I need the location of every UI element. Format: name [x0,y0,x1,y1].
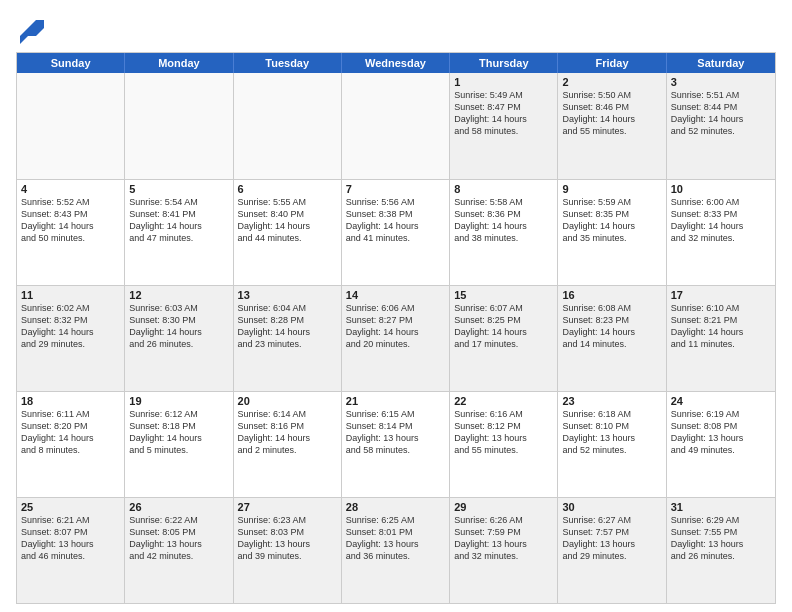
day-number: 31 [671,501,771,513]
calendar-row: 4Sunrise: 5:52 AMSunset: 8:43 PMDaylight… [17,179,775,285]
calendar: SundayMondayTuesdayWednesdayThursdayFrid… [16,52,776,604]
day-number: 10 [671,183,771,195]
weekday-header: Friday [558,53,666,73]
day-details: Sunrise: 5:50 AMSunset: 8:46 PMDaylight:… [562,89,661,138]
calendar-cell: 19Sunrise: 6:12 AMSunset: 8:18 PMDayligh… [125,392,233,497]
weekday-header: Thursday [450,53,558,73]
day-details: Sunrise: 6:14 AMSunset: 8:16 PMDaylight:… [238,408,337,457]
day-number: 4 [21,183,120,195]
calendar-row: 11Sunrise: 6:02 AMSunset: 8:32 PMDayligh… [17,285,775,391]
day-details: Sunrise: 6:03 AMSunset: 8:30 PMDaylight:… [129,302,228,351]
day-details: Sunrise: 6:08 AMSunset: 8:23 PMDaylight:… [562,302,661,351]
day-number: 12 [129,289,228,301]
day-number: 22 [454,395,553,407]
calendar-cell: 13Sunrise: 6:04 AMSunset: 8:28 PMDayligh… [234,286,342,391]
weekday-header: Wednesday [342,53,450,73]
day-number: 13 [238,289,337,301]
day-number: 16 [562,289,661,301]
calendar-cell: 8Sunrise: 5:58 AMSunset: 8:36 PMDaylight… [450,180,558,285]
weekday-header: Sunday [17,53,125,73]
day-details: Sunrise: 6:22 AMSunset: 8:05 PMDaylight:… [129,514,228,563]
logo-icon [16,16,44,44]
logo [16,16,48,44]
day-details: Sunrise: 6:29 AMSunset: 7:55 PMDaylight:… [671,514,771,563]
calendar-cell: 10Sunrise: 6:00 AMSunset: 8:33 PMDayligh… [667,180,775,285]
day-details: Sunrise: 6:00 AMSunset: 8:33 PMDaylight:… [671,196,771,245]
day-number: 1 [454,76,553,88]
calendar-cell: 22Sunrise: 6:16 AMSunset: 8:12 PMDayligh… [450,392,558,497]
day-details: Sunrise: 6:19 AMSunset: 8:08 PMDaylight:… [671,408,771,457]
calendar-cell [342,73,450,179]
day-number: 5 [129,183,228,195]
day-number: 3 [671,76,771,88]
day-details: Sunrise: 6:26 AMSunset: 7:59 PMDaylight:… [454,514,553,563]
day-number: 11 [21,289,120,301]
day-details: Sunrise: 5:49 AMSunset: 8:47 PMDaylight:… [454,89,553,138]
day-details: Sunrise: 6:04 AMSunset: 8:28 PMDaylight:… [238,302,337,351]
day-number: 29 [454,501,553,513]
calendar-cell [125,73,233,179]
day-details: Sunrise: 6:21 AMSunset: 8:07 PMDaylight:… [21,514,120,563]
day-details: Sunrise: 6:16 AMSunset: 8:12 PMDaylight:… [454,408,553,457]
day-number: 18 [21,395,120,407]
day-number: 17 [671,289,771,301]
calendar-cell: 16Sunrise: 6:08 AMSunset: 8:23 PMDayligh… [558,286,666,391]
calendar-cell: 4Sunrise: 5:52 AMSunset: 8:43 PMDaylight… [17,180,125,285]
day-details: Sunrise: 5:55 AMSunset: 8:40 PMDaylight:… [238,196,337,245]
day-details: Sunrise: 5:54 AMSunset: 8:41 PMDaylight:… [129,196,228,245]
calendar-cell: 17Sunrise: 6:10 AMSunset: 8:21 PMDayligh… [667,286,775,391]
calendar-cell: 11Sunrise: 6:02 AMSunset: 8:32 PMDayligh… [17,286,125,391]
calendar-cell: 26Sunrise: 6:22 AMSunset: 8:05 PMDayligh… [125,498,233,603]
calendar-cell: 20Sunrise: 6:14 AMSunset: 8:16 PMDayligh… [234,392,342,497]
day-details: Sunrise: 5:52 AMSunset: 8:43 PMDaylight:… [21,196,120,245]
calendar-cell: 29Sunrise: 6:26 AMSunset: 7:59 PMDayligh… [450,498,558,603]
calendar-cell: 27Sunrise: 6:23 AMSunset: 8:03 PMDayligh… [234,498,342,603]
calendar-cell: 6Sunrise: 5:55 AMSunset: 8:40 PMDaylight… [234,180,342,285]
calendar-cell: 24Sunrise: 6:19 AMSunset: 8:08 PMDayligh… [667,392,775,497]
calendar-body: 1Sunrise: 5:49 AMSunset: 8:47 PMDaylight… [17,73,775,603]
calendar-cell [17,73,125,179]
day-number: 7 [346,183,445,195]
day-details: Sunrise: 6:10 AMSunset: 8:21 PMDaylight:… [671,302,771,351]
calendar-cell: 25Sunrise: 6:21 AMSunset: 8:07 PMDayligh… [17,498,125,603]
calendar-cell: 3Sunrise: 5:51 AMSunset: 8:44 PMDaylight… [667,73,775,179]
calendar-cell: 1Sunrise: 5:49 AMSunset: 8:47 PMDaylight… [450,73,558,179]
weekday-header: Monday [125,53,233,73]
day-details: Sunrise: 5:58 AMSunset: 8:36 PMDaylight:… [454,196,553,245]
day-number: 20 [238,395,337,407]
day-number: 6 [238,183,337,195]
day-number: 23 [562,395,661,407]
calendar-cell: 28Sunrise: 6:25 AMSunset: 8:01 PMDayligh… [342,498,450,603]
day-number: 27 [238,501,337,513]
calendar-cell: 18Sunrise: 6:11 AMSunset: 8:20 PMDayligh… [17,392,125,497]
day-details: Sunrise: 6:23 AMSunset: 8:03 PMDaylight:… [238,514,337,563]
day-details: Sunrise: 6:25 AMSunset: 8:01 PMDaylight:… [346,514,445,563]
day-details: Sunrise: 6:27 AMSunset: 7:57 PMDaylight:… [562,514,661,563]
day-details: Sunrise: 5:56 AMSunset: 8:38 PMDaylight:… [346,196,445,245]
calendar-row: 1Sunrise: 5:49 AMSunset: 8:47 PMDaylight… [17,73,775,179]
calendar-cell: 15Sunrise: 6:07 AMSunset: 8:25 PMDayligh… [450,286,558,391]
day-number: 9 [562,183,661,195]
calendar-cell: 21Sunrise: 6:15 AMSunset: 8:14 PMDayligh… [342,392,450,497]
calendar-cell: 23Sunrise: 6:18 AMSunset: 8:10 PMDayligh… [558,392,666,497]
header [16,16,776,44]
calendar-cell: 2Sunrise: 5:50 AMSunset: 8:46 PMDaylight… [558,73,666,179]
day-details: Sunrise: 6:11 AMSunset: 8:20 PMDaylight:… [21,408,120,457]
page: SundayMondayTuesdayWednesdayThursdayFrid… [0,0,792,612]
day-details: Sunrise: 6:12 AMSunset: 8:18 PMDaylight:… [129,408,228,457]
day-details: Sunrise: 5:59 AMSunset: 8:35 PMDaylight:… [562,196,661,245]
day-number: 26 [129,501,228,513]
day-number: 21 [346,395,445,407]
day-number: 24 [671,395,771,407]
day-number: 14 [346,289,445,301]
day-details: Sunrise: 6:18 AMSunset: 8:10 PMDaylight:… [562,408,661,457]
day-details: Sunrise: 5:51 AMSunset: 8:44 PMDaylight:… [671,89,771,138]
day-details: Sunrise: 6:06 AMSunset: 8:27 PMDaylight:… [346,302,445,351]
day-number: 28 [346,501,445,513]
calendar-cell: 9Sunrise: 5:59 AMSunset: 8:35 PMDaylight… [558,180,666,285]
calendar-row: 18Sunrise: 6:11 AMSunset: 8:20 PMDayligh… [17,391,775,497]
day-number: 2 [562,76,661,88]
day-details: Sunrise: 6:15 AMSunset: 8:14 PMDaylight:… [346,408,445,457]
calendar-cell: 12Sunrise: 6:03 AMSunset: 8:30 PMDayligh… [125,286,233,391]
calendar-cell: 31Sunrise: 6:29 AMSunset: 7:55 PMDayligh… [667,498,775,603]
